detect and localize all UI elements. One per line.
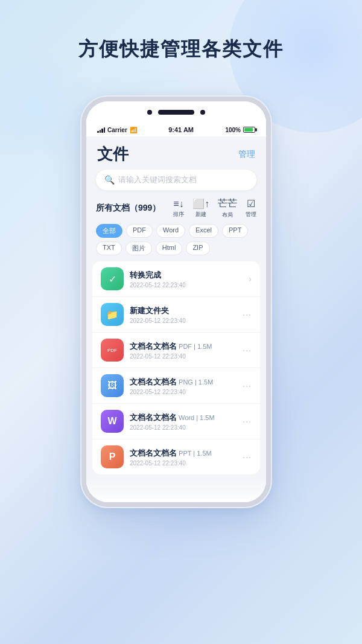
- file-date: 2022-05-12 22:23:40: [130, 389, 237, 395]
- volume-down-button: [81, 197, 83, 214]
- file-date: 2022-05-12 22:23:40: [130, 282, 243, 289]
- file-info: 文档名文档名 Word | 1.5M2022-05-12 22:23:40: [130, 412, 237, 431]
- manage-action-label: 管理: [246, 211, 256, 218]
- manage-button[interactable]: 管理: [238, 149, 255, 160]
- file-item[interactable]: P文档名文档名 PPT | 1.5M2022-05-12 22:23:40···: [92, 439, 260, 474]
- new-label: 新建: [195, 211, 206, 218]
- file-item[interactable]: 📁新建文件夹2022-05-12 22:23:40···: [92, 297, 260, 333]
- page-title: 方便快捷管理各类文件: [0, 36, 362, 63]
- camera-dot: [147, 110, 152, 115]
- sort-icon: ≡↓: [173, 199, 183, 209]
- filter-tabs: 全部PDFWordExcelPPTTXT图片HtmlZIP: [86, 224, 266, 261]
- signal-bar-1: [97, 131, 99, 133]
- app-title: 文件: [97, 144, 129, 165]
- layout-icon: 芒芒: [218, 197, 237, 210]
- status-left: Carrier 📶: [97, 127, 137, 133]
- filter-tab-PPT[interactable]: PPT: [222, 224, 248, 238]
- filter-tab-图片[interactable]: 图片: [125, 241, 152, 255]
- wifi-icon: 📶: [130, 127, 137, 133]
- file-type: PDF | 1.5M: [177, 343, 212, 350]
- battery-fill: [244, 128, 253, 132]
- file-name: 文档名文档名 Word | 1.5M: [130, 412, 237, 423]
- file-icon-purple-word: W: [101, 410, 124, 433]
- file-icon-orange-ppt: P: [101, 445, 124, 468]
- filter-tab-Excel[interactable]: Excel: [189, 224, 218, 238]
- layout-label: 布局: [222, 211, 233, 219]
- signal-bar-4: [104, 127, 106, 133]
- file-more-button[interactable]: ···: [243, 381, 252, 391]
- file-icon-blue: 📁: [101, 303, 124, 326]
- file-info: 文档名文档名 PPT | 1.5M2022-05-12 22:23:40: [130, 448, 237, 467]
- filter-tab-全部[interactable]: 全部: [96, 224, 122, 238]
- filter-tab-PDF[interactable]: PDF: [126, 224, 153, 238]
- file-info: 文档名文档名 PDF | 1.5M2022-05-12 22:23:40: [130, 341, 237, 360]
- toolbar-actions: ≡↓ 排序 ⬜↑ 新建 芒芒 布局 ☑ 管理: [173, 197, 256, 219]
- manage-icon: ☑: [247, 198, 255, 209]
- filter-tab-ZIP[interactable]: ZIP: [186, 241, 209, 255]
- filter-tab-Word[interactable]: Word: [156, 224, 185, 238]
- file-more-button[interactable]: ···: [243, 310, 252, 319]
- file-name: 转换完成: [130, 270, 243, 281]
- layout-action[interactable]: 芒芒 布局: [218, 197, 237, 219]
- file-icon-green: ✓: [101, 267, 124, 290]
- file-item[interactable]: 🖼文档名文档名 PNG | 1.5M2022-05-12 22:23:40···: [92, 368, 260, 404]
- file-type: PPT | 1.5M: [177, 450, 212, 457]
- file-date: 2022-05-12 22:23:40: [130, 317, 237, 324]
- file-date: 2022-05-12 22:23:40: [130, 353, 237, 360]
- phone-frame: Carrier 📶 9:41 AM 100% 文件 管理: [81, 97, 281, 507]
- sort-label: 排序: [173, 211, 184, 218]
- manage-action[interactable]: ☑ 管理: [246, 198, 256, 218]
- new-action[interactable]: ⬜↑ 新建: [192, 198, 209, 218]
- search-icon: 🔍: [104, 175, 115, 185]
- speaker-pill: [158, 110, 194, 115]
- status-bar: Carrier 📶 9:41 AM 100%: [86, 123, 266, 136]
- battery-body: [243, 127, 255, 133]
- sensor-dot: [200, 110, 205, 115]
- file-date: 2022-05-12 22:23:40: [130, 460, 237, 467]
- carrier-label: Carrier: [107, 127, 127, 133]
- app-header: 文件 管理: [86, 136, 266, 170]
- toolbar-row: 所有文档（999） ≡↓ 排序 ⬜↑ 新建 芒芒 布局 ☑: [86, 197, 266, 224]
- signal-bar-2: [100, 130, 101, 133]
- file-name: 文档名文档名 PDF | 1.5M: [130, 341, 237, 352]
- file-info: 文档名文档名 PNG | 1.5M2022-05-12 22:23:40: [130, 377, 237, 395]
- search-bar[interactable]: 🔍 请输入关键词搜索文档: [96, 170, 256, 190]
- file-more-button[interactable]: ···: [243, 452, 252, 462]
- file-item[interactable]: ✓转换完成2022-05-12 22:23:40›: [92, 261, 260, 297]
- file-item[interactable]: PDF文档名文档名 PDF | 1.5M2022-05-12 22:23:40·…: [92, 333, 260, 368]
- file-type: PNG | 1.5M: [177, 378, 213, 386]
- file-more-button[interactable]: ···: [243, 416, 252, 426]
- status-right: 100%: [225, 127, 255, 133]
- phone-notch: [86, 101, 266, 123]
- file-arrow-button[interactable]: ›: [249, 274, 252, 284]
- battery-percent: 100%: [225, 127, 241, 133]
- file-date: 2022-05-12 22:23:40: [130, 424, 237, 431]
- fade-overlay: [86, 478, 266, 502]
- app-content: 文件 管理 🔍 请输入关键词搜索文档 所有文档（999） ≡↓ 排序 ⬜↑: [86, 136, 266, 499]
- filter-tab-TXT[interactable]: TXT: [96, 241, 122, 255]
- doc-count-label: 所有文档（999）: [96, 203, 160, 214]
- signal-icon: [97, 127, 105, 133]
- filter-tab-Html[interactable]: Html: [156, 241, 183, 255]
- file-more-button[interactable]: ···: [243, 345, 252, 355]
- power-button: [270, 186, 271, 215]
- file-item[interactable]: W文档名文档名 Word | 1.5M2022-05-12 22:23:40··…: [92, 404, 260, 439]
- file-info: 新建文件夹2022-05-12 22:23:40: [130, 305, 237, 324]
- signal-bar-3: [101, 129, 103, 133]
- sort-action[interactable]: ≡↓ 排序: [173, 199, 184, 218]
- file-name: 新建文件夹: [130, 305, 237, 316]
- time-display: 9:41 AM: [168, 126, 194, 133]
- file-type: Word | 1.5M: [177, 414, 215, 421]
- file-name: 文档名文档名 PNG | 1.5M: [130, 377, 237, 387]
- file-name: 文档名文档名 PPT | 1.5M: [130, 448, 237, 459]
- search-placeholder: 请输入关键词搜索文档: [118, 174, 197, 185]
- file-icon-blue-png: 🖼: [101, 374, 124, 397]
- file-icon-red-pdf: PDF: [101, 339, 124, 362]
- file-list: ✓转换完成2022-05-12 22:23:40›📁新建文件夹2022-05-1…: [92, 261, 260, 474]
- file-info: 转换完成2022-05-12 22:23:40: [130, 270, 243, 289]
- volume-up-button: [81, 174, 83, 191]
- battery-icon: [243, 127, 255, 133]
- new-icon: ⬜↑: [192, 198, 209, 209]
